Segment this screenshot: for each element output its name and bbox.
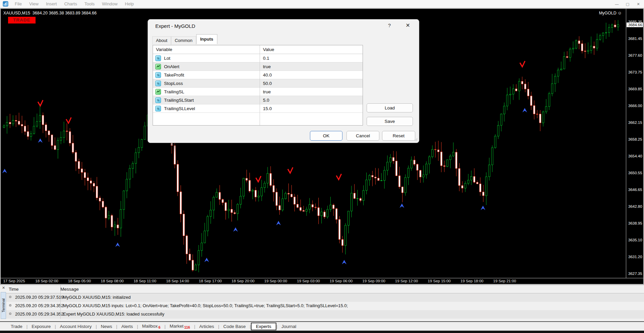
app-logo-icon [3, 1, 8, 7]
price-axis-label: 3685.35 [628, 20, 642, 24]
input-row[interactable]: ½TakeProfit40.0 [153, 71, 363, 79]
menu-item-tools[interactable]: Tools [81, 1, 98, 6]
variable-column-header: Variable [153, 47, 260, 52]
time-axis-label: 19 Sep 09:00 [362, 279, 385, 283]
tab-market[interactable]: Market116 [166, 323, 194, 330]
buy-arrow-icon [38, 138, 43, 143]
value-column-header: Value [260, 47, 363, 52]
tab-news[interactable]: News [97, 323, 116, 330]
input-row[interactable]: ½Lot0.1 [153, 54, 363, 62]
tab-trade[interactable]: Trade [7, 323, 26, 330]
unread-badge: 6 [158, 325, 160, 329]
log-row[interactable]: 2025.09.20 05:29:34.352Expert MyGOLD XAU… [6, 310, 644, 319]
time-axis-label: 18 Sep 20:00 [231, 279, 254, 283]
input-row[interactable]: TrailingSLtrue [153, 88, 363, 96]
tab-label: Journal [281, 324, 296, 329]
variable-name: OnAlert [164, 64, 179, 69]
load-button[interactable]: Load [367, 103, 413, 112]
tab-exposure[interactable]: Exposure [28, 323, 55, 330]
log-message: MyGOLD XAUUSD,M15: initialized [63, 295, 131, 300]
terminal-column-divider [60, 285, 61, 319]
price-axis-label: 3666.00 [628, 104, 642, 108]
ok-button[interactable]: OK [310, 131, 342, 141]
menu-item-view[interactable]: View [25, 1, 42, 6]
value-cell[interactable]: 5.0 [260, 98, 363, 103]
value-cell[interactable]: 50.0 [260, 81, 363, 86]
numeric-param-icon: ½ [155, 55, 161, 61]
time-axis-label: 19 Sep 15:00 [428, 279, 450, 283]
value-cell[interactable]: true [260, 89, 363, 94]
tab-label: Code Base [223, 324, 246, 329]
price-axis-label: 3654.40 [628, 154, 642, 158]
menu-item-window[interactable]: Window [98, 1, 121, 6]
tab-alerts[interactable]: Alerts [117, 323, 137, 330]
value-cell[interactable]: true [260, 64, 363, 69]
log-message: Expert MyGOLD XAUUSD,M15: loaded success… [63, 312, 164, 317]
input-row[interactable]: ½StopLoss50.0 [153, 79, 363, 88]
cancel-button[interactable]: Cancel [346, 131, 379, 141]
terminal-close-icon[interactable]: ✕ [2, 286, 5, 290]
price-axis-label: 3650.55 [628, 171, 642, 175]
menu-item-charts[interactable]: Charts [60, 1, 80, 6]
variable-cell: ½TrailingSLStart [153, 97, 260, 103]
time-axis-label: 18 Sep 08:00 [101, 279, 123, 283]
variable-name: TakeProfit [164, 73, 184, 78]
buy-arrow-icon [276, 221, 281, 225]
input-row[interactable]: OnAlerttrue [153, 62, 363, 71]
price-axis-label: 3631.20 [628, 255, 642, 259]
value-cell[interactable]: 40.0 [260, 73, 363, 78]
time-axis-label: 19 Sep 18:00 [461, 279, 483, 283]
sell-arrow-icon [256, 176, 261, 182]
minimize-icon[interactable]: — [614, 2, 619, 6]
log-time: 2025.09.20 05:29:34.352 [15, 303, 64, 308]
log-message: MyGOLD XAUUSD,M15 inputs: Lot=0.1; OnAle… [63, 303, 348, 308]
time-axis-label: 17 Sep 2025 [3, 279, 25, 283]
save-button[interactable]: Save [367, 117, 413, 126]
dialog-close-icon[interactable]: ✕ [404, 22, 412, 29]
variable-cell: OnAlert [153, 64, 260, 69]
boolean-param-icon [155, 89, 161, 95]
price-axis-label: 3662.15 [628, 121, 642, 125]
log-time: 2025.09.20 05:29:37.519 [15, 295, 64, 300]
tab-common[interactable]: Common [171, 36, 196, 45]
log-row[interactable]: 2025.09.20 05:29:37.519MyGOLD XAUUSD,M15… [6, 293, 644, 302]
tab-account-history[interactable]: Account History [56, 323, 96, 330]
buy-arrow-icon [342, 260, 346, 264]
variable-name: TrailingSLLevel [164, 106, 195, 111]
tab-journal[interactable]: Journal [277, 323, 300, 330]
resize-grip[interactable] [414, 138, 418, 141]
tab-label: Experts [256, 324, 271, 329]
tab-about[interactable]: About [152, 36, 171, 45]
input-row[interactable]: ½TrailingSLLevel15.0 [153, 104, 363, 113]
time-axis-label: 18 Sep 05:00 [68, 279, 91, 283]
value-cell[interactable]: 0.1 [260, 56, 363, 61]
terminal-side-tab[interactable]: Terminal [1, 292, 6, 319]
tab-articles[interactable]: Articles [195, 323, 218, 330]
time-axis-label: 19 Sep 06:00 [330, 279, 353, 283]
reset-button[interactable]: Reset [382, 131, 415, 141]
terminal-log: Time Message 2025.09.20 05:29:37.519MyGO… [6, 285, 644, 321]
numeric-param-icon: ½ [155, 72, 161, 78]
dialog-tabs: AboutCommonInputs [152, 34, 217, 44]
input-row[interactable]: ½TrailingSLStart5.0 [153, 96, 363, 104]
menu-item-insert[interactable]: Insert [42, 1, 61, 6]
log-row[interactable]: 2025.09.20 05:29:34.352MyGOLD XAUUSD,M15… [6, 302, 644, 310]
tab-mailbox[interactable]: Mailbox6 [138, 323, 165, 330]
status-bar [0, 331, 644, 333]
time-axis-label: 19 Sep 03:00 [297, 279, 320, 283]
column-divider [260, 45, 260, 125]
tab-inputs[interactable]: Inputs [196, 34, 217, 44]
price-axis-label: 3627.35 [628, 272, 642, 276]
tab-experts[interactable]: Experts [251, 323, 276, 330]
price-axis-label: 3635.10 [628, 238, 642, 242]
time-axis-label: 19 Sep 12:00 [395, 279, 418, 283]
price-axis-label: 3638.95 [628, 221, 642, 225]
menu-item-help[interactable]: Help [121, 1, 138, 6]
help-button[interactable]: ? [385, 22, 393, 28]
time-axis-label: 18 Sep 11:00 [133, 279, 156, 283]
value-cell[interactable]: 15.0 [260, 106, 363, 111]
close-icon[interactable]: ✕ [636, 2, 641, 6]
menu-item-file[interactable]: File [11, 1, 25, 6]
maximize-icon[interactable]: ▢ [625, 2, 630, 6]
tab-code-base[interactable]: Code Base [219, 323, 250, 330]
